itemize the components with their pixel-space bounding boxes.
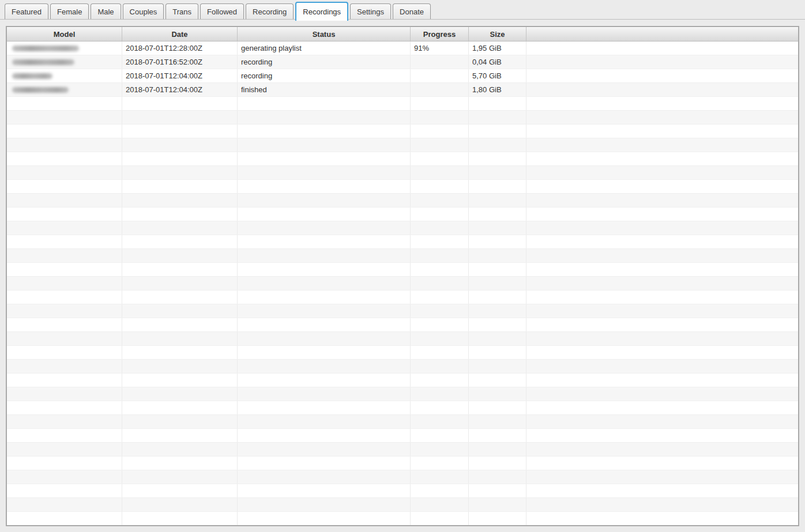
cell-model xyxy=(7,221,122,235)
table-row[interactable]: 2018-07-01T12:04:00Zfinished1,80 GiB xyxy=(7,83,798,97)
cell-filler xyxy=(526,373,798,387)
cell-date xyxy=(122,484,238,497)
cell-size xyxy=(469,346,526,359)
tab-recordings[interactable]: Recordings xyxy=(295,2,348,21)
cell-status xyxy=(238,512,411,525)
tab-female[interactable]: Female xyxy=(50,3,89,19)
cell-date xyxy=(122,332,238,345)
cell-filler xyxy=(526,41,798,55)
table-row-empty[interactable] xyxy=(7,290,798,304)
cell-model xyxy=(7,456,122,470)
cell-model xyxy=(7,166,122,179)
cell-progress xyxy=(411,194,469,207)
cell-model xyxy=(7,387,122,401)
table-row-empty[interactable] xyxy=(7,97,798,111)
cell-status xyxy=(238,429,411,442)
cell-filler xyxy=(526,443,798,456)
column-header-date[interactable]: Date xyxy=(122,27,238,41)
cell-date xyxy=(122,360,238,373)
cell-size xyxy=(469,111,526,124)
table-row-empty[interactable] xyxy=(7,277,798,290)
table-row-empty[interactable] xyxy=(7,249,798,263)
cell-size xyxy=(469,249,526,262)
tab-featured[interactable]: Featured xyxy=(5,3,48,19)
table-row-empty[interactable] xyxy=(7,235,798,249)
table-row-empty[interactable] xyxy=(7,304,798,318)
cell-status xyxy=(238,124,411,138)
table-row-empty[interactable] xyxy=(7,180,798,194)
column-header-model[interactable]: Model xyxy=(7,27,122,41)
table-row-empty[interactable] xyxy=(7,332,798,346)
table-row-empty[interactable] xyxy=(7,443,798,456)
cell-progress: 91% xyxy=(411,41,469,55)
cell-date xyxy=(122,304,238,318)
cell-progress xyxy=(411,263,469,276)
table-row-empty[interactable] xyxy=(7,318,798,332)
table-header-row: ModelDateStatusProgressSize xyxy=(7,27,798,41)
table-row-empty[interactable] xyxy=(7,470,798,484)
table-row-empty[interactable] xyxy=(7,207,798,221)
cell-date xyxy=(122,498,238,511)
table-row-empty[interactable] xyxy=(7,429,798,443)
cell-size: 0,04 GiB xyxy=(469,55,526,69)
table-row[interactable]: 2018-07-01T12:04:00Zrecording5,70 GiB xyxy=(7,69,798,83)
cell-date xyxy=(122,111,238,124)
cell-model xyxy=(7,249,122,262)
cell-status xyxy=(238,249,411,262)
table-row-empty[interactable] xyxy=(7,498,798,512)
cell-status xyxy=(238,484,411,497)
table-row-empty[interactable] xyxy=(7,484,798,498)
table-row-empty[interactable] xyxy=(7,346,798,360)
table-row-empty[interactable] xyxy=(7,194,798,207)
cell-progress xyxy=(411,318,469,331)
redacted-model-name xyxy=(12,46,79,51)
column-header-status[interactable]: Status xyxy=(238,27,411,41)
column-header-filler[interactable] xyxy=(526,27,798,41)
cell-status xyxy=(238,263,411,276)
cell-size xyxy=(469,304,526,318)
cell-date: 2018-07-01T12:28:00Z xyxy=(122,41,238,55)
table-row[interactable]: 2018-07-01T16:52:00Zrecording0,04 GiB xyxy=(7,55,798,69)
table-row-empty[interactable] xyxy=(7,111,798,124)
table-row-empty[interactable] xyxy=(7,138,798,152)
cell-size xyxy=(469,180,526,193)
cell-date xyxy=(122,512,238,525)
cell-date xyxy=(122,221,238,235)
table-row-empty[interactable] xyxy=(7,387,798,401)
table-row-empty[interactable] xyxy=(7,166,798,180)
tab-couples[interactable]: Couples xyxy=(123,3,164,19)
table-row-empty[interactable] xyxy=(7,360,798,373)
table-row-empty[interactable] xyxy=(7,401,798,415)
table-row-empty[interactable] xyxy=(7,152,798,166)
table-row-empty[interactable] xyxy=(7,263,798,277)
table-row[interactable]: 2018-07-01T12:28:00Zgenerating playlist9… xyxy=(7,41,798,55)
tab-male[interactable]: Male xyxy=(91,3,121,19)
tab-settings[interactable]: Settings xyxy=(350,3,391,19)
cell-size xyxy=(469,332,526,345)
table-row-empty[interactable] xyxy=(7,456,798,470)
table-row-empty[interactable] xyxy=(7,415,798,429)
tab-donate[interactable]: Donate xyxy=(393,3,431,19)
column-header-progress[interactable]: Progress xyxy=(411,27,469,41)
cell-size xyxy=(469,360,526,373)
column-header-size[interactable]: Size xyxy=(469,27,526,41)
cell-progress xyxy=(411,456,469,470)
cell-status xyxy=(238,373,411,387)
table-row-empty[interactable] xyxy=(7,124,798,138)
table-row-empty[interactable] xyxy=(7,512,798,526)
cell-model xyxy=(7,373,122,387)
table-row-empty[interactable] xyxy=(7,221,798,235)
cell-progress xyxy=(411,180,469,193)
cell-filler xyxy=(526,290,798,304)
cell-size xyxy=(469,470,526,484)
cell-date xyxy=(122,138,238,152)
cell-status xyxy=(238,277,411,290)
tab-recording[interactable]: Recording xyxy=(246,3,294,19)
table-row-empty[interactable] xyxy=(7,373,798,387)
tab-trans[interactable]: Trans xyxy=(165,3,198,19)
cell-model xyxy=(7,111,122,124)
cell-filler xyxy=(526,249,798,262)
cell-status xyxy=(238,111,411,124)
tab-followed[interactable]: Followed xyxy=(200,3,244,19)
cell-model xyxy=(7,512,122,525)
